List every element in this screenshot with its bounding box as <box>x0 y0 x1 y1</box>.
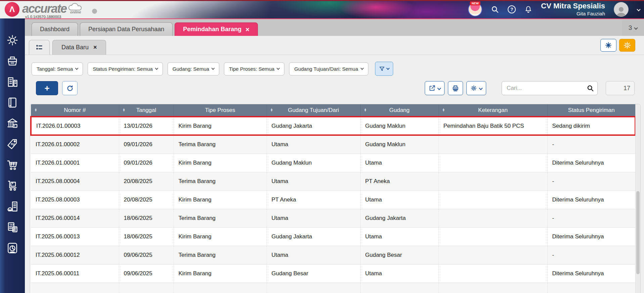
cell: Utama <box>267 209 360 227</box>
table-row[interactable]: IT.2026.01.0000109/01/2026Kirim BarangGu… <box>31 154 635 172</box>
asset-building-car-icon <box>6 200 18 213</box>
sidebar-item-report[interactable] <box>6 242 19 254</box>
main-tab-persiapan-data-perusahaan[interactable]: Persiapan Data Perusahaan <box>80 22 173 36</box>
table-row[interactable] <box>31 283 635 293</box>
sidebar-item-company[interactable] <box>6 75 19 88</box>
column-header-tipe-proses[interactable]: Tipe Proses <box>174 104 267 117</box>
close-subtab-icon[interactable]: × <box>93 44 97 51</box>
main-tab-dashboard[interactable]: Dashboard <box>32 22 78 36</box>
svg-text:TAX: TAX <box>9 224 14 226</box>
sort-icon[interactable] <box>442 108 445 112</box>
chevron-down-icon <box>212 67 215 70</box>
search-input[interactable] <box>502 81 598 95</box>
column-header-gudang-tujuan-dari[interactable]: Gudang Tujuan/Dari <box>267 104 360 117</box>
sort-icon[interactable] <box>34 108 37 112</box>
column-header-tanggal[interactable]: Tanggal <box>119 104 174 117</box>
column-header-status-pengiriman[interactable]: Status Pengiriman <box>547 104 635 117</box>
filter-dropdown-status-pengiriman[interactable]: Status Pengiriman: Semua <box>88 62 163 75</box>
cell: IT.2025.06.00013 <box>31 227 119 246</box>
column-label: Status Pengiriman <box>568 107 615 113</box>
sort-icon[interactable] <box>364 108 367 112</box>
brand-name: accurate <box>22 2 66 15</box>
cell <box>439 154 547 172</box>
sidebar-item-bank[interactable] <box>6 117 19 130</box>
cell: Utama <box>360 227 439 246</box>
cell: 20/08/2025 <box>119 190 174 209</box>
account-info: CV Mitra Spesialis Gita Fauziah <box>541 2 605 16</box>
sidebar: Rp TAX <box>0 18 25 293</box>
search-icon[interactable] <box>491 5 499 13</box>
mascot-button[interactable]: NEW <box>468 2 482 16</box>
main-tab-pemindahan-barang[interactable]: Pemindahan Barang× <box>175 22 258 36</box>
column-header-nomor[interactable]: Nomor # <box>31 104 119 117</box>
table-row[interactable]: IT.2025.06.0001418/06/2025Terima BarangU… <box>31 209 635 227</box>
table-row[interactable]: IT.2025.08.0000420/08/2025Terima BarangU… <box>31 172 635 190</box>
chevron-down-icon <box>360 67 364 70</box>
export-button[interactable] <box>425 81 445 95</box>
table-row[interactable]: IT.2026.01.0000209/01/2026Terima BarangU… <box>31 135 635 154</box>
cell <box>31 283 119 293</box>
sort-icon[interactable] <box>123 108 126 112</box>
chevron-down-icon <box>634 26 638 30</box>
tab-label: Dashboard <box>40 26 70 33</box>
funnel-icon <box>379 66 385 72</box>
price-tag-rp-icon: Rp <box>6 138 18 150</box>
cell: PT Aneka <box>267 190 360 209</box>
table-row[interactable]: IT.2025.08.0000320/08/2025Kirim BarangPT… <box>31 190 635 209</box>
cell: 09/06/2025 <box>119 264 174 283</box>
column-header-gudang[interactable]: Gudang <box>360 104 439 117</box>
sidebar-item-cashier[interactable] <box>6 55 19 67</box>
sidebar-item-tax[interactable]: TAX <box>6 221 19 234</box>
list-view-tab[interactable] <box>29 40 50 55</box>
filter-dropdown-tanggal[interactable]: Tanggal: Semua <box>32 62 83 75</box>
print-button[interactable] <box>448 81 463 95</box>
table-row[interactable]: IT.2025.06.0001209/06/2025Terima BarangU… <box>31 246 635 264</box>
add-icon: + <box>44 83 49 94</box>
settings-gear-button[interactable] <box>600 39 616 52</box>
sidebar-item-journal[interactable] <box>6 96 19 109</box>
delivery-handtruck-icon <box>6 180 18 192</box>
sidebar-item-asset[interactable] <box>6 200 19 213</box>
table-settings-button[interactable] <box>466 81 486 95</box>
cell <box>119 283 174 293</box>
tab-overflow-count: 3 <box>629 24 632 32</box>
filter-dropdown-gudang[interactable]: Gudang: Semua <box>168 62 219 75</box>
filter-dropdown-gudang-tujuan-dari[interactable]: Gudang Tujuan/Dari: Semua <box>289 62 368 75</box>
scrollbar-thumb[interactable] <box>636 191 640 274</box>
table-row[interactable]: IT.2025.06.0001318/06/2025Kirim BarangGu… <box>31 227 635 246</box>
search-icon[interactable] <box>587 84 594 93</box>
notifications-bell-icon[interactable] <box>524 5 532 13</box>
filter-dropdown-tipe-proses[interactable]: Tipe Proses: Semua <box>224 62 284 75</box>
advanced-filter-button[interactable] <box>375 62 393 76</box>
sidebar-item-price-rp[interactable]: Rp <box>6 138 19 151</box>
column-label: Keterangan <box>478 107 508 113</box>
cell: PT Aneka <box>360 172 439 190</box>
sidebar-item-delivery[interactable] <box>6 179 19 192</box>
subtab-data-baru[interactable]: Data Baru × <box>52 40 106 55</box>
close-tab-icon[interactable]: × <box>245 26 249 33</box>
account-chevron-down-icon[interactable] <box>637 7 640 11</box>
table-row[interactable]: IT.2026.01.0000313/01/2026Kirim BarangGu… <box>31 117 635 135</box>
column-header-keterangan[interactable]: Keterangan <box>439 104 547 117</box>
gear-icon <box>470 85 477 92</box>
cell: IT.2026.01.00003 <box>31 117 119 135</box>
cell <box>439 135 547 154</box>
tab-overflow-button[interactable]: 3 <box>622 20 644 36</box>
user-avatar[interactable] <box>614 2 629 17</box>
cell: Utama <box>360 264 439 283</box>
sidebar-item-cart[interactable] <box>6 159 19 171</box>
cell: Diterima Seluruhnya <box>547 227 635 246</box>
add-button[interactable]: + <box>36 81 58 95</box>
help-icon[interactable]: ? <box>508 5 516 13</box>
tips-bulb-button[interactable] <box>619 39 635 52</box>
sidebar-item-settings[interactable] <box>6 34 19 47</box>
cell: IT.2025.08.00004 <box>31 172 119 190</box>
refresh-button[interactable] <box>62 81 78 95</box>
sort-icon[interactable] <box>270 108 273 112</box>
vertical-scrollbar[interactable] <box>635 104 640 293</box>
table-header: Nomor #TanggalTipe ProsesGudang Tujuan/D… <box>31 104 635 117</box>
cell: Kirim Barang <box>174 227 267 246</box>
app-header: Λ accurate online v1.0.1#3570-1880003 NE… <box>0 0 644 18</box>
chevron-down-icon <box>155 67 158 70</box>
table-row[interactable]: IT.2025.06.0001109/06/2025Kirim BarangGu… <box>31 264 635 283</box>
